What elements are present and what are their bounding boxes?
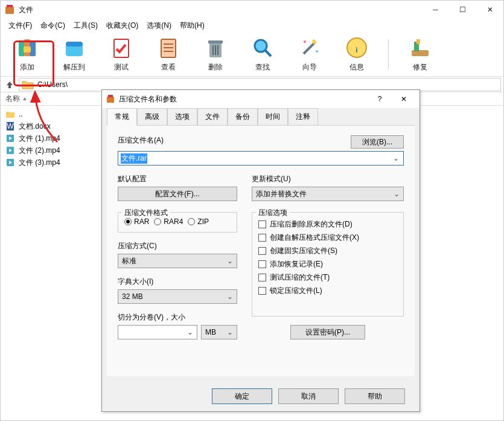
minimize-button[interactable]: ─ xyxy=(422,1,449,19)
toolbar-test[interactable]: 测试 xyxy=(106,36,137,72)
folder-up-icon xyxy=(5,109,15,119)
tab-comment[interactable]: 注释 xyxy=(288,108,318,125)
mp4-icon xyxy=(5,158,15,167)
tabstrip: 常规 高级 选项 文件 备份 时间 注释 xyxy=(102,108,419,125)
radio-zip[interactable]: ZIP xyxy=(188,217,209,226)
mp4-icon xyxy=(5,146,15,155)
filename-label: 压缩文件名(A) xyxy=(118,135,164,146)
svg-line-20 xyxy=(265,50,271,56)
toolbar-view[interactable]: 查看 xyxy=(153,36,184,72)
svg-rect-1 xyxy=(7,5,13,7)
svg-rect-8 xyxy=(66,42,83,47)
filename-input[interactable]: 文件.rar ⌄ xyxy=(118,151,404,166)
close-button[interactable]: ✕ xyxy=(476,1,503,19)
window-title: 文件 xyxy=(19,5,33,15)
format-label: 压缩文件格式 xyxy=(122,208,170,218)
radio-rar4[interactable]: RAR4 xyxy=(154,217,183,226)
split-label: 切分为分卷(V)，大小 xyxy=(118,312,237,323)
menubar: 文件(F) 命令(C) 工具(S) 收藏夹(O) 选项(N) 帮助(H) xyxy=(1,19,503,32)
method-select[interactable]: 标准⌄ xyxy=(118,254,237,268)
options-label: 压缩选项 xyxy=(256,208,290,218)
svg-line-21 xyxy=(304,43,314,54)
toolbar-extract[interactable]: 解压到 xyxy=(59,36,90,72)
toolbar-find[interactable]: 查找 xyxy=(247,36,278,72)
chevron-down-icon: ⌄ xyxy=(227,328,233,336)
mp4-icon xyxy=(5,133,15,143)
app-icon xyxy=(4,4,15,15)
check-delete-after[interactable]: 压缩后删除原来的文件(D) xyxy=(258,217,397,231)
view-icon xyxy=(156,36,180,60)
maximize-button[interactable]: ☐ xyxy=(449,1,476,19)
profiles-button[interactable]: 配置文件(F)... xyxy=(118,187,237,201)
menu-tool[interactable]: 工具(S) xyxy=(69,19,102,32)
check-sfx[interactable]: 创建自解压格式压缩文件(X) xyxy=(258,231,397,244)
chevron-down-icon[interactable]: ⌄ xyxy=(391,154,401,162)
help-button[interactable]: 帮助 xyxy=(345,388,405,404)
tab-file[interactable]: 文件 xyxy=(197,108,228,125)
info-icon: i xyxy=(345,36,369,60)
svg-rect-16 xyxy=(212,45,214,55)
tab-backup[interactable]: 备份 xyxy=(228,108,258,125)
test-icon xyxy=(109,36,133,60)
wizard-icon xyxy=(298,36,322,60)
dialog-archive-params: 压缩文件名和参数 ? ✕ 常规 高级 选项 文件 备份 时间 注释 压缩文件名(… xyxy=(101,89,420,412)
menu-help[interactable]: 帮助(H) xyxy=(176,19,209,32)
chevron-down-icon: ⌄ xyxy=(227,257,233,265)
svg-rect-2 xyxy=(9,7,10,13)
svg-point-23 xyxy=(304,40,306,43)
menu-cmd[interactable]: 命令(C) xyxy=(36,19,69,32)
update-mode-label: 更新模式(U) xyxy=(252,174,404,184)
tab-body: 压缩文件名(A) 浏览(B)... 文件.rar ⌄ 默认配置 配置文件(F).… xyxy=(107,125,415,376)
default-profile-label: 默认配置 xyxy=(118,174,237,184)
dialog-close-button[interactable]: ✕ xyxy=(392,90,416,108)
tab-option[interactable]: 选项 xyxy=(167,108,197,125)
up-arrow-icon xyxy=(5,80,14,89)
cancel-button[interactable]: 取消 xyxy=(278,388,339,404)
check-recovery[interactable]: 添加恢复记录(E) xyxy=(258,257,397,271)
update-mode-select[interactable]: 添加并替换文件⌄ xyxy=(252,187,404,201)
tab-time[interactable]: 时间 xyxy=(258,108,288,125)
titlebar: 文件 ─ ☐ ✕ xyxy=(1,1,503,19)
repair-icon xyxy=(408,36,432,60)
svg-text:i: i xyxy=(356,46,357,54)
dict-label: 字典大小(I) xyxy=(118,277,237,287)
extract-icon xyxy=(62,36,86,60)
set-password-button[interactable]: 设置密码(P)... xyxy=(290,325,365,339)
menu-file[interactable]: 文件(F) xyxy=(4,19,36,32)
delete-icon xyxy=(203,36,228,60)
svg-point-24 xyxy=(316,50,318,53)
toolbar-delete[interactable]: 删除 xyxy=(200,36,231,72)
dialog-buttons: 确定 取消 帮助 xyxy=(102,381,419,411)
tab-general[interactable]: 常规 xyxy=(107,108,137,126)
tab-advanced[interactable]: 高级 xyxy=(137,108,167,125)
chevron-down-icon: ⌄ xyxy=(187,328,193,336)
toolbar-repair[interactable]: 修复 xyxy=(404,36,436,72)
highlight-box xyxy=(13,40,54,86)
radio-rar[interactable]: RAR xyxy=(124,217,149,226)
find-icon xyxy=(250,36,275,60)
method-label: 压缩方式(C) xyxy=(118,241,237,251)
browse-button[interactable]: 浏览(B)... xyxy=(351,135,404,149)
app-icon xyxy=(106,94,115,104)
check-lock[interactable]: 锁定压缩文件(L) xyxy=(258,284,397,297)
dict-select[interactable]: 32 MB⌄ xyxy=(118,289,237,304)
svg-rect-17 xyxy=(215,45,216,55)
svg-rect-29 xyxy=(416,39,420,44)
menu-opt[interactable]: 选项(N) xyxy=(142,19,176,32)
arrow-annotation xyxy=(24,85,72,145)
split-size-input[interactable]: ⌄ xyxy=(118,325,197,339)
svg-rect-18 xyxy=(217,45,219,55)
svg-rect-38 xyxy=(107,97,114,103)
toolbar: 添加 解压到 测试 查看 删除 查找 向导 i 信息 xyxy=(1,32,503,77)
toolbar-wizard[interactable]: 向导 xyxy=(294,36,325,72)
ok-button[interactable]: 确定 xyxy=(212,388,272,404)
toolbar-info[interactable]: i 信息 xyxy=(341,36,372,72)
check-test[interactable]: 测试压缩的文件(T) xyxy=(258,271,397,284)
svg-rect-39 xyxy=(108,95,113,97)
svg-rect-15 xyxy=(208,40,223,43)
split-unit-select[interactable]: MB⌄ xyxy=(201,325,237,339)
dialog-help-button[interactable]: ? xyxy=(368,90,392,108)
menu-fav[interactable]: 收藏夹(O) xyxy=(102,19,142,32)
check-solid[interactable]: 创建固实压缩文件(S) xyxy=(258,244,397,257)
svg-text:W: W xyxy=(7,122,14,130)
